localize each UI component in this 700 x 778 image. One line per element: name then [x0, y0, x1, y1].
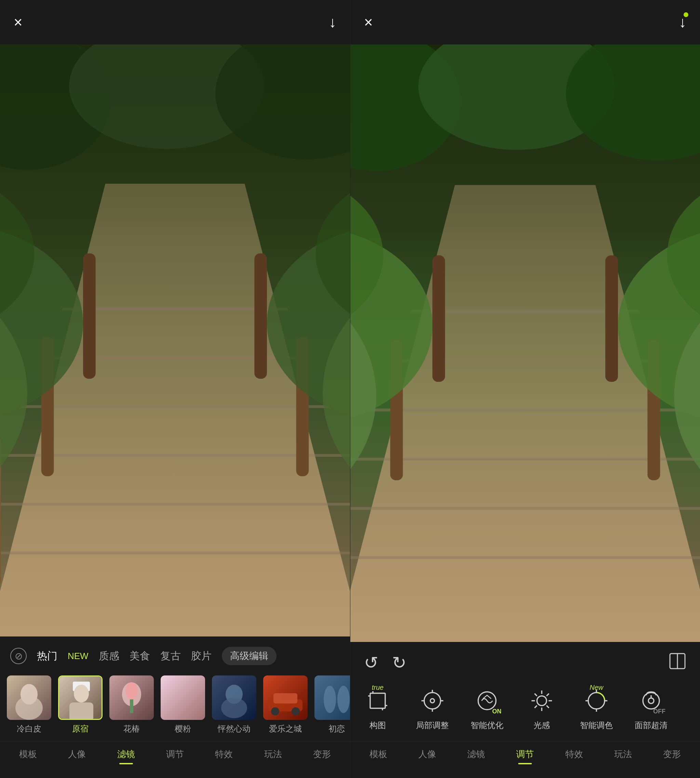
right-nav-deform-label: 变形 — [663, 748, 681, 760]
color-svg — [584, 688, 609, 713]
color-icon: New — [583, 687, 610, 715]
filter-none-button[interactable] — [10, 648, 27, 664]
light-icon — [528, 687, 555, 715]
left-nav-filter-label: 滤镜 — [117, 748, 135, 760]
left-photo-area — [0, 45, 350, 636]
filter-motion-label: 怦然心动 — [218, 723, 250, 734]
svg-point-38 — [221, 698, 247, 718]
face-off-badge: OFF — [653, 708, 665, 715]
svg-line-91 — [547, 706, 549, 708]
right-adjust-tools: true 构图 — [350, 680, 700, 741]
right-nav-filter-label: 滤镜 — [467, 748, 485, 760]
tool-local[interactable]: 局部调整 — [405, 684, 460, 734]
filter-cool-label: 冷白皮 — [17, 723, 42, 734]
tool-face[interactable]: OFF 面部超清 — [624, 684, 678, 734]
filter-motion[interactable]: 怦然心动 — [212, 675, 257, 734]
right-nav-adjust-underline — [518, 763, 532, 764]
left-nav-effect[interactable]: 特效 — [215, 748, 233, 764]
svg-point-43 — [292, 707, 300, 715]
left-bottom-nav: 模板 人像 滤镜 调节 特效 玩法 变形 — [0, 741, 350, 778]
color-label: 智能调色 — [580, 720, 613, 731]
right-nav-filter[interactable]: 滤镜 — [467, 748, 485, 764]
right-bottom-nav: 模板 人像 滤镜 调节 特效 玩法 变形 — [350, 741, 700, 778]
filter-love-thumb — [315, 675, 350, 720]
svg-point-45 — [324, 686, 336, 713]
light-svg — [530, 688, 554, 713]
tool-smart[interactable]: ON 智能优化 — [460, 684, 514, 734]
filter-flower[interactable]: 花椿 — [109, 675, 154, 734]
filter-love[interactable]: 初恋 — [315, 675, 350, 734]
left-nav-deform[interactable]: 变形 — [313, 748, 331, 764]
local-svg — [420, 688, 445, 713]
left-nav-effect-label: 特效 — [215, 748, 233, 760]
svg-point-33 — [125, 682, 138, 700]
filter-tab-food[interactable]: 美食 — [130, 649, 150, 663]
right-close-button[interactable]: × — [364, 14, 373, 31]
left-nav-adjust[interactable]: 调节 — [166, 748, 184, 764]
filter-tab-advanced[interactable]: 高级编辑 — [222, 647, 277, 665]
filter-car-svg — [263, 675, 308, 720]
filter-love-label: 初恋 — [328, 723, 345, 734]
filter-flower-svg — [109, 675, 154, 720]
svg-point-99 — [643, 693, 659, 709]
right-top-bar: × ↓ — [350, 0, 700, 45]
svg-point-85 — [537, 696, 547, 706]
face-icon: OFF — [637, 687, 665, 715]
filter-original[interactable]: 原宿 — [58, 675, 103, 734]
left-close-button[interactable]: × — [14, 14, 23, 31]
left-filter-thumbs: 冷白皮 原宿 — [0, 672, 350, 741]
right-undo-group: ↺ ↻ — [364, 653, 407, 673]
left-nav-portrait-label: 人像 — [68, 748, 86, 760]
left-nav-play[interactable]: 玩法 — [264, 748, 282, 764]
left-nav-filter[interactable]: 滤镜 — [117, 748, 135, 764]
left-bottom-panel: 热门 NEW 质感 美食 复古 胶片 高级编辑 冷白皮 — [0, 636, 350, 778]
tool-light[interactable]: 光感 — [514, 684, 569, 734]
left-download-button[interactable]: ↓ — [329, 14, 336, 31]
svg-point-46 — [337, 686, 350, 713]
right-nav-template[interactable]: 模板 — [370, 748, 387, 764]
filter-tab-new[interactable]: NEW — [68, 651, 88, 661]
filter-tab-film[interactable]: 胶片 — [191, 649, 212, 663]
filter-tab-texture[interactable]: 质感 — [99, 649, 119, 663]
svg-rect-8 — [83, 253, 96, 379]
filter-tab-vintage[interactable]: 复古 — [160, 649, 181, 663]
left-filter-tabs: 热门 NEW 质感 美食 复古 胶片 高级编辑 — [0, 636, 350, 672]
filter-sakura[interactable]: 樱粉 — [161, 675, 205, 734]
filter-motion-thumb — [212, 675, 257, 720]
filter-car-thumb — [263, 675, 308, 720]
right-nav-adjust[interactable]: 调节 — [516, 748, 534, 764]
right-undo-button[interactable]: ↺ — [364, 653, 378, 673]
right-nav-play[interactable]: 玩法 — [614, 748, 632, 764]
left-nav-template-label: 模板 — [19, 748, 37, 760]
right-compare-button[interactable] — [668, 652, 686, 673]
tool-color[interactable]: New 智能调色 — [569, 684, 624, 734]
right-bottom-panel: ↺ ↻ true — [350, 642, 700, 778]
right-nav-template-label: 模板 — [370, 748, 387, 760]
compare-icon — [668, 652, 686, 670]
left-nav-portrait[interactable]: 人像 — [68, 748, 86, 764]
right-nav-effect-label: 特效 — [565, 748, 583, 760]
left-photo-svg — [0, 45, 350, 636]
filter-cool[interactable]: 冷白皮 — [7, 675, 51, 734]
filter-flower-label: 花椿 — [123, 723, 140, 734]
color-new-badge: New — [590, 684, 603, 691]
svg-point-29 — [74, 685, 89, 703]
tool-crop[interactable]: true 构图 — [350, 684, 405, 734]
crop-svg — [365, 688, 390, 713]
local-label: 局部调整 — [416, 720, 449, 731]
left-top-bar: × ↓ — [0, 0, 350, 45]
right-nav-deform[interactable]: 变形 — [663, 748, 681, 764]
svg-point-79 — [430, 699, 435, 703]
filter-tab-hot[interactable]: 热门 — [37, 649, 57, 663]
left-nav-play-label: 玩法 — [264, 748, 282, 760]
right-download-button[interactable]: ↓ — [679, 14, 686, 31]
left-nav-template[interactable]: 模板 — [19, 748, 37, 764]
right-nav-effect[interactable]: 特效 — [565, 748, 583, 764]
left-panel: × ↓ — [0, 0, 350, 778]
right-redo-button[interactable]: ↻ — [392, 653, 407, 673]
left-nav-filter-underline — [119, 763, 133, 764]
filter-car[interactable]: 爱乐之城 — [263, 675, 308, 734]
right-nav-portrait[interactable]: 人像 — [418, 748, 436, 764]
svg-rect-30 — [69, 703, 93, 720]
filter-cool-thumb — [7, 675, 51, 720]
